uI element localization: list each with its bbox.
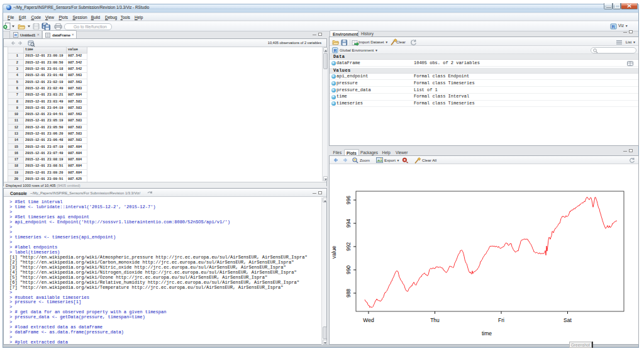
svg-text:Sat: Sat	[564, 317, 572, 323]
svg-text:990: 990	[345, 265, 352, 274]
svg-text:R: R	[612, 24, 616, 30]
svg-text:time: time	[482, 330, 492, 337]
svg-text:Wed: Wed	[363, 317, 374, 323]
svg-text:992: 992	[345, 242, 352, 251]
svg-text:988: 988	[345, 289, 352, 298]
svg-text:994: 994	[345, 219, 352, 228]
svg-text:R: R	[14, 33, 18, 37]
svg-text:Fri: Fri	[498, 317, 504, 323]
svg-text:R: R	[333, 48, 336, 53]
svg-text:value: value	[331, 246, 337, 259]
svg-text:996: 996	[345, 196, 352, 204]
svg-text:Thu: Thu	[430, 317, 440, 323]
